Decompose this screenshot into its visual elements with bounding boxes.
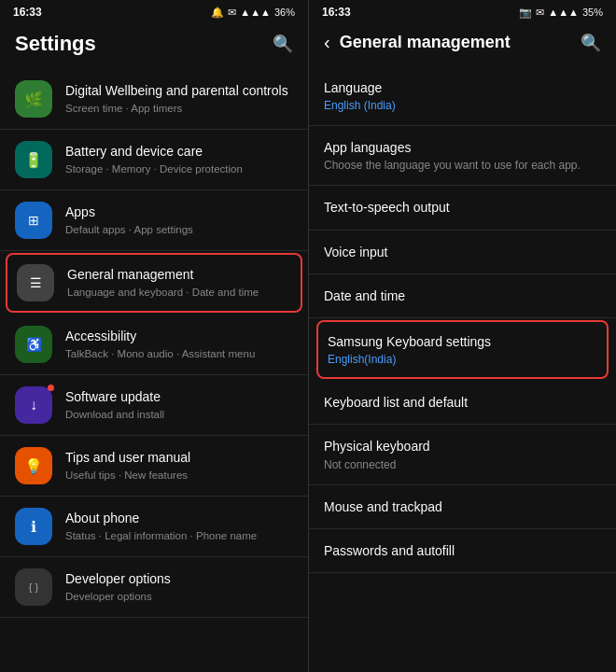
general-management-title: General management <box>67 266 291 283</box>
right-status-icons: 📷 ✉ ▲▲▲ 35% <box>519 7 603 19</box>
left-status-icons: 🔔 ✉ ▲▲▲ 36% <box>211 7 295 19</box>
gm-item-app-languages[interactable]: App languages Choose the language you wa… <box>309 126 616 186</box>
developer-options-text: Developer options Developer options <box>65 570 293 603</box>
general-management-icon: ☰ <box>17 264 54 301</box>
right-top-bar: ‹ General management 🔍 <box>309 22 616 63</box>
gm-item-date-and-time[interactable]: Date and time <box>309 274 616 318</box>
about-phone-icon: ℹ <box>15 508 52 545</box>
gm-item-text-to-speech[interactable]: Text-to-speech output <box>309 186 616 230</box>
right-notification-icon: 📷 <box>519 7 532 19</box>
physical-keyboard-subtitle: Not connected <box>324 458 601 471</box>
language-title: Language <box>324 79 601 96</box>
left-settings-list: 🌿 Digital Wellbeing and parental control… <box>0 65 308 672</box>
app-languages-subtitle: Choose the language you want to use for … <box>324 159 601 172</box>
software-update-text: Software update Download and install <box>65 388 293 421</box>
general-management-subtitle: Language and keyboard · Date and time <box>67 286 291 300</box>
samsung-keyboard-title: Samsung Keyboard settings <box>328 333 597 350</box>
passwords-autofill-title: Passwords and autofill <box>324 542 601 559</box>
apps-text: Apps Default apps · App settings <box>65 203 293 236</box>
gm-item-passwords-autofill[interactable]: Passwords and autofill <box>309 529 616 573</box>
gm-item-language[interactable]: Language English (India) <box>309 66 616 126</box>
gm-item-keyboard-list[interactable]: Keyboard list and default <box>309 381 616 425</box>
accessibility-subtitle: TalkBack · Mono audio · Assistant menu <box>65 347 293 361</box>
settings-item-developer-options[interactable]: { } Developer options Developer options <box>0 557 308 618</box>
general-management-list: Language English (India) App languages C… <box>309 63 616 672</box>
battery-text: 36% <box>274 7 295 18</box>
right-mail-icon: ✉ <box>536 7 544 19</box>
keyboard-list-title: Keyboard list and default <box>324 394 601 411</box>
developer-options-icon: { } <box>15 568 52 606</box>
gm-item-voice-input[interactable]: Voice input <box>309 231 616 274</box>
accessibility-title: Accessibility <box>65 328 293 344</box>
physical-keyboard-title: Physical keyboard <box>324 438 601 455</box>
about-phone-title: About phone <box>65 510 293 526</box>
left-status-bar: 16:33 🔔 ✉ ▲▲▲ 36% <box>0 0 308 22</box>
software-update-icon: ↓ <box>15 386 52 424</box>
tips-text: Tips and user manual Useful tips · New f… <box>65 449 293 482</box>
general-management-text: General management Language and keyboard… <box>67 266 291 299</box>
gm-item-samsung-keyboard[interactable]: Samsung Keyboard settings English(India) <box>316 320 609 379</box>
developer-options-subtitle: Developer options <box>65 590 293 604</box>
settings-item-software-update[interactable]: ↓ Software update Download and install <box>0 375 308 436</box>
battery-subtitle: Storage · Memory · Device protection <box>65 162 293 176</box>
right-panel: 16:33 📷 ✉ ▲▲▲ 35% ‹ General management 🔍… <box>308 0 616 672</box>
left-page-title: Settings <box>15 32 96 56</box>
left-panel: 16:33 🔔 ✉ ▲▲▲ 36% Settings 🔍 🌿 Digital W… <box>0 0 308 672</box>
software-update-title: Software update <box>65 388 293 405</box>
apps-title: Apps <box>65 203 293 220</box>
software-update-subtitle: Download and install <box>65 408 293 422</box>
mouse-trackpad-title: Mouse and trackpad <box>324 498 601 515</box>
gm-item-physical-keyboard[interactable]: Physical keyboard Not connected <box>309 425 616 484</box>
right-page-title: General management <box>340 33 511 52</box>
about-phone-subtitle: Status · Legal information · Phone name <box>65 529 293 543</box>
battery-title: Battery and device care <box>65 143 293 160</box>
signal-icon: ▲▲▲ <box>240 7 271 18</box>
digital-wellbeing-text: Digital Wellbeing and parental controls … <box>65 82 293 115</box>
tips-icon: 💡 <box>15 447 52 484</box>
battery-icon: 🔋 <box>15 141 52 178</box>
app-languages-title: App languages <box>324 139 601 156</box>
right-top-bar-left: ‹ General management <box>324 32 511 53</box>
settings-item-accessibility[interactable]: ♿ Accessibility TalkBack · Mono audio · … <box>0 315 308 375</box>
accessibility-icon: ♿ <box>15 326 52 363</box>
voice-input-title: Voice input <box>324 244 601 260</box>
settings-item-digital-wellbeing[interactable]: 🌿 Digital Wellbeing and parental control… <box>0 69 308 130</box>
digital-wellbeing-title: Digital Wellbeing and parental controls <box>65 82 293 99</box>
right-status-time: 16:33 <box>322 6 351 19</box>
apps-icon: ⊞ <box>15 202 52 239</box>
settings-item-battery[interactable]: 🔋 Battery and device care Storage · Memo… <box>0 130 308 190</box>
settings-item-apps[interactable]: ⊞ Apps Default apps · App settings <box>0 190 308 251</box>
back-button[interactable]: ‹ <box>324 32 330 53</box>
digital-wellbeing-icon: 🌿 <box>15 80 52 118</box>
left-top-bar: Settings 🔍 <box>0 22 308 65</box>
settings-item-tips[interactable]: 💡 Tips and user manual Useful tips · New… <box>0 436 308 497</box>
about-phone-text: About phone Status · Legal information ·… <box>65 510 293 542</box>
date-and-time-title: Date and time <box>324 287 601 304</box>
digital-wellbeing-subtitle: Screen time · App timers <box>65 102 293 116</box>
settings-item-general-management[interactable]: ☰ General management Language and keyboa… <box>6 253 302 313</box>
battery-text-block: Battery and device care Storage · Memory… <box>65 143 293 175</box>
tips-subtitle: Useful tips · New features <box>65 469 293 483</box>
tips-title: Tips and user manual <box>65 449 293 466</box>
gm-item-mouse-trackpad[interactable]: Mouse and trackpad <box>309 485 616 529</box>
right-search-button[interactable]: 🔍 <box>581 33 601 53</box>
samsung-keyboard-subtitle: English(India) <box>328 353 597 366</box>
mail-icon: ✉ <box>228 7 236 19</box>
language-subtitle: English (India) <box>324 99 601 112</box>
notification-icon: 🔔 <box>211 7 224 19</box>
right-signal-icon: ▲▲▲ <box>548 7 579 18</box>
apps-subtitle: Default apps · App settings <box>65 223 293 237</box>
developer-options-title: Developer options <box>65 570 293 587</box>
settings-item-about-phone[interactable]: ℹ About phone Status · Legal information… <box>0 497 308 557</box>
left-status-time: 16:33 <box>13 6 42 19</box>
accessibility-text: Accessibility TalkBack · Mono audio · As… <box>65 328 293 360</box>
text-to-speech-title: Text-to-speech output <box>324 199 601 216</box>
right-status-bar: 16:33 📷 ✉ ▲▲▲ 35% <box>309 0 616 22</box>
right-battery-text: 35% <box>582 7 603 18</box>
left-search-button[interactable]: 🔍 <box>273 34 293 54</box>
